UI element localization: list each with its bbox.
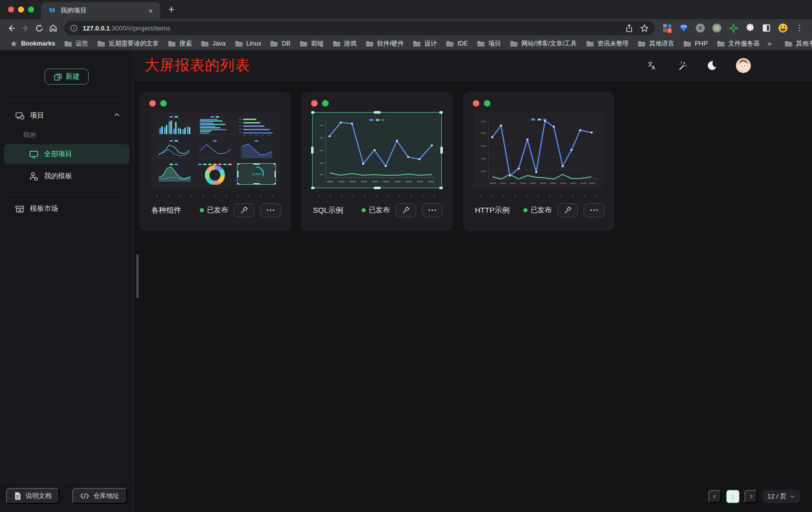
sidebar-section-project[interactable]: 项目	[0, 104, 133, 127]
new-project-button[interactable]: 新建	[45, 69, 89, 85]
status-badge: 已发布	[200, 206, 228, 215]
extension-emoji-icon[interactable]	[777, 23, 788, 34]
more-actions-button[interactable]	[260, 203, 281, 217]
sidebar-item-all-projects[interactable]: 全部项目	[4, 144, 129, 164]
bookmark-folder[interactable]: 设计	[409, 38, 441, 49]
current-page-button[interactable]: 1	[726, 490, 739, 503]
selection-handle[interactable]	[311, 111, 315, 114]
bookmark-folder[interactable]: 文件服务器	[713, 38, 764, 49]
bookmark-folder-label: PHP	[695, 40, 708, 47]
selection-handle[interactable]	[275, 171, 276, 178]
selection-handle[interactable]	[274, 163, 276, 165]
sidebar-item-template-market[interactable]: 模板市场	[0, 198, 133, 220]
extension-gem-icon[interactable]	[678, 23, 689, 34]
dark-mode-moon-icon[interactable]	[706, 60, 718, 72]
content-scrollbar-thumb[interactable]	[136, 254, 139, 298]
docs-button[interactable]: 说明文档	[6, 488, 60, 504]
site-favicon	[48, 7, 56, 15]
selection-handle[interactable]	[237, 183, 239, 185]
back-icon[interactable]	[4, 21, 18, 35]
selection-handle[interactable]	[311, 187, 315, 189]
bookmark-folder[interactable]: 前端	[296, 38, 328, 49]
new-tab-button[interactable]: +	[168, 4, 174, 16]
more-actions-button[interactable]	[422, 203, 443, 217]
sidebar-item-label: 全部项目	[44, 150, 72, 159]
bookmark-folder[interactable]: 运营	[60, 38, 92, 49]
selection-handle[interactable]	[439, 187, 443, 189]
line-chart	[476, 115, 602, 187]
minimize-window-button[interactable]	[18, 7, 24, 13]
bookmark-folder[interactable]: 资讯未整理	[582, 38, 633, 49]
progress-value: 25.00%	[252, 173, 261, 176]
bookmark-folder[interactable]: 近期需要读的文章	[93, 38, 163, 49]
selection-handle[interactable]	[253, 183, 260, 185]
extensions-puzzle-icon[interactable]	[744, 23, 755, 34]
bookmark-folder[interactable]: 其他语言	[634, 38, 678, 49]
edit-project-button[interactable]	[557, 203, 578, 217]
edit-project-button[interactable]	[395, 203, 416, 217]
project-card[interactable]: SQL示例 已发布	[301, 92, 453, 231]
browser-menu-icon[interactable]: ⋮	[794, 23, 805, 34]
browser-tab[interactable]: 我的项目 ×	[41, 2, 160, 19]
card-footer: HTTP示例 已发布	[470, 201, 608, 219]
magic-wand-icon[interactable]	[676, 60, 688, 72]
selection-handle[interactable]	[374, 187, 381, 189]
reload-icon[interactable]	[32, 21, 46, 35]
bookmark-folder[interactable]: 软件/硬件	[362, 38, 408, 49]
tab-close-icon[interactable]: ×	[146, 6, 155, 15]
bookmark-folder[interactable]: 搜索	[164, 38, 196, 49]
bookmarks-overflow-button[interactable]: »	[764, 40, 774, 48]
edit-project-button[interactable]	[233, 203, 254, 217]
selection-handle[interactable]	[374, 111, 381, 114]
project-preview[interactable]: 25.00%	[150, 112, 280, 188]
prev-page-button[interactable]	[708, 490, 721, 503]
site-info-icon[interactable]	[70, 25, 78, 32]
bookmark-folder[interactable]: IDE	[442, 38, 472, 49]
project-preview[interactable]	[474, 112, 604, 188]
devices-icon	[15, 111, 25, 121]
chevron-down-icon	[790, 495, 795, 498]
bookmark-folder[interactable]: 游戏	[329, 38, 361, 49]
extension-grid-icon[interactable]: 9	[662, 23, 673, 34]
bookmark-folder[interactable]: Linux	[231, 38, 265, 49]
extension-star-icon[interactable]	[728, 23, 739, 34]
home-icon[interactable]	[46, 21, 60, 35]
bookmark-folder[interactable]: PHP	[679, 38, 712, 49]
selection-handle[interactable]	[440, 147, 443, 154]
close-window-button[interactable]	[8, 7, 14, 13]
bookmark-folder[interactable]: 网站/博客/文章/工具	[506, 38, 581, 49]
selection-handle[interactable]	[253, 163, 260, 165]
sidebar-item-my-templates[interactable]: 我的模板	[4, 166, 129, 186]
extension-sidepanel-icon[interactable]	[761, 23, 772, 34]
translate-icon[interactable]: 文A	[646, 60, 658, 72]
bookmark-folder[interactable]: DB	[266, 38, 294, 49]
bookmark-folder[interactable]: 项目	[473, 38, 505, 49]
bookmarks-manager[interactable]: Bookmarks	[6, 38, 59, 49]
project-preview[interactable]	[312, 112, 442, 188]
bookmark-folder-label: 近期需要读的文章	[109, 40, 159, 48]
extensions-row: 9 ⌘ ⋮	[659, 23, 808, 34]
forward-icon[interactable]	[18, 21, 32, 35]
more-actions-button[interactable]	[584, 203, 605, 217]
selection-handle[interactable]	[237, 171, 238, 178]
extension-dot-icon[interactable]	[711, 23, 722, 34]
project-card[interactable]: 25.00% 各种组件 已发布	[139, 92, 291, 231]
mini-bar-chart	[154, 116, 193, 137]
page-size-select[interactable]: 12 / 页	[762, 490, 800, 503]
share-icon[interactable]	[625, 24, 633, 33]
bookmark-folder-label: 游戏	[344, 40, 357, 48]
other-bookmarks-folder[interactable]: 其他书签	[780, 38, 812, 49]
repo-button[interactable]: 仓库地址	[72, 488, 127, 504]
bookmark-folder[interactable]: Java	[197, 38, 229, 49]
selection-handle[interactable]	[439, 111, 443, 114]
selection-handle[interactable]	[274, 183, 276, 185]
chevron-up-icon[interactable]	[114, 112, 120, 120]
user-avatar[interactable]	[736, 58, 751, 73]
selection-handle[interactable]	[311, 147, 314, 154]
project-card[interactable]: HTTP示例 已发布	[463, 92, 615, 231]
next-page-button[interactable]	[744, 490, 757, 503]
bookmark-star-icon[interactable]	[640, 24, 649, 33]
url-bar[interactable]: 127.0.0.1:3000/#/project/items	[64, 21, 655, 35]
maximize-window-button[interactable]	[28, 7, 34, 13]
extension-command-icon[interactable]: ⌘	[695, 23, 706, 34]
